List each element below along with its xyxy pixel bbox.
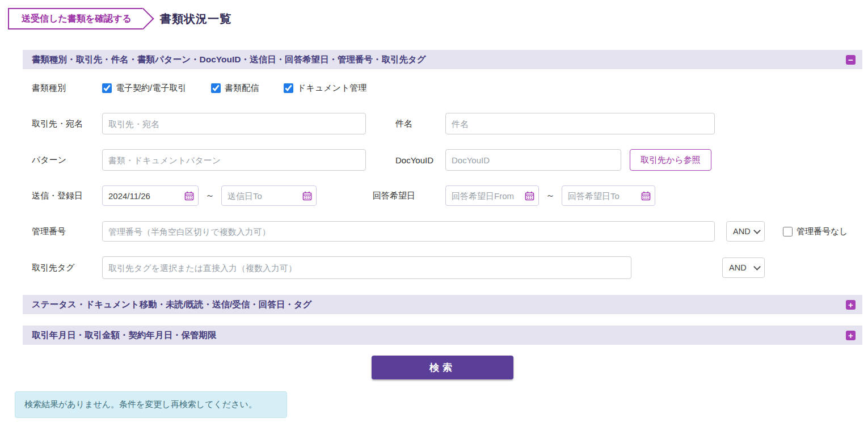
document-management-checkbox[interactable] bbox=[284, 83, 293, 93]
doc-delivery-checkbox[interactable] bbox=[211, 83, 221, 93]
reply-date-to-field bbox=[562, 185, 655, 206]
calendar-icon[interactable] bbox=[184, 191, 194, 201]
form-row-doc-type: 書類種別 電子契約/電子取引 書類配信 ドキュメント管理 bbox=[32, 83, 853, 94]
section-title-basic-filters: 書類種別・取引先・件名・書類パターン・DocYouID・送信日・回答希望日・管理… bbox=[32, 54, 426, 66]
partner-label: 取引先・宛名 bbox=[32, 119, 102, 129]
mgmt-no-label: 管理番号 bbox=[32, 226, 102, 237]
form-row-dates: 送信・登録日 ～ bbox=[32, 185, 853, 206]
doc-type-label: 書類種別 bbox=[32, 83, 102, 94]
calendar-icon[interactable] bbox=[641, 191, 651, 201]
checkbox-electronic-contract[interactable]: 電子契約/電子取引 bbox=[102, 83, 186, 94]
topbar: 送受信した書類を確認する 書類状況一覧 bbox=[0, 0, 868, 29]
mgmt-no-none-checkbox-label[interactable]: 管理番号なし bbox=[783, 226, 848, 237]
send-date-from-input[interactable] bbox=[103, 186, 198, 205]
subject-label: 件名 bbox=[395, 119, 445, 129]
section-header-basic-filters[interactable]: 書類種別・取引先・件名・書類パターン・DocYouID・送信日・回答希望日・管理… bbox=[23, 50, 862, 69]
pattern-input[interactable] bbox=[102, 149, 366, 171]
search-filter-panel: 書類種別・取引先・件名・書類パターン・DocYouID・送信日・回答希望日・管理… bbox=[23, 50, 862, 379]
section-header-status[interactable]: ステータス・ドキュメント移動・未読/既読・送信/受信・回答日・タグ + bbox=[23, 295, 862, 314]
expand-icon[interactable]: + bbox=[846, 331, 856, 340]
reply-date-from-field bbox=[445, 185, 539, 206]
checkbox-doc-delivery[interactable]: 書類配信 bbox=[211, 83, 259, 94]
section-title-transaction: 取引年月日・取引金額・契約年月日・保管期限 bbox=[32, 329, 217, 341]
docyouid-label: DocYouID bbox=[395, 155, 445, 165]
checkbox-document-management[interactable]: ドキュメント管理 bbox=[284, 83, 366, 94]
no-results-message: 検索結果がありません。条件を変更し再検索してください。 bbox=[15, 391, 287, 418]
partner-input[interactable] bbox=[102, 113, 366, 134]
form-row-partner-subject: 取引先・宛名 件名 bbox=[32, 113, 853, 134]
search-button-area: 検索 bbox=[23, 356, 862, 379]
form-row-pattern-docyouid: パターン DocYouID 取引先から参照 bbox=[32, 149, 853, 171]
date-range-separator: ～ bbox=[546, 190, 555, 202]
breadcrumb[interactable]: 送受信した書類を確認する bbox=[8, 8, 143, 29]
partner-tag-label: 取引先タグ bbox=[32, 263, 102, 273]
send-date-label: 送信・登録日 bbox=[32, 191, 102, 201]
section-title-status: ステータス・ドキュメント移動・未読/既読・送信/受信・回答日・タグ bbox=[32, 299, 311, 311]
send-date-from-field bbox=[102, 185, 199, 206]
form-row-mgmt-no: 管理番号 AND 管理番号なし bbox=[32, 221, 853, 242]
subject-input[interactable] bbox=[445, 113, 715, 134]
search-button[interactable]: 検索 bbox=[372, 356, 513, 379]
collapse-icon[interactable]: − bbox=[846, 55, 856, 65]
reference-partner-button[interactable]: 取引先から参照 bbox=[630, 149, 711, 171]
checkbox-label-doc-delivery: 書類配信 bbox=[225, 83, 259, 94]
expand-icon[interactable]: + bbox=[846, 300, 856, 310]
send-date-to-field bbox=[221, 185, 317, 206]
docyouid-input[interactable] bbox=[445, 149, 621, 171]
breadcrumb-step-label: 送受信した書類を確認する bbox=[22, 14, 132, 23]
partner-tag-input[interactable] bbox=[102, 256, 631, 279]
form-row-partner-tag: 取引先タグ AND bbox=[32, 256, 853, 279]
checkbox-label-document-management: ドキュメント管理 bbox=[297, 83, 366, 94]
reply-date-label: 回答希望日 bbox=[373, 191, 445, 201]
calendar-icon[interactable] bbox=[525, 191, 534, 201]
mgmt-no-and-select[interactable]: AND bbox=[726, 221, 765, 242]
date-range-separator: ～ bbox=[205, 190, 214, 202]
pattern-label: パターン bbox=[32, 155, 102, 166]
electronic-contract-checkbox[interactable] bbox=[102, 83, 112, 93]
basic-filters-body: 書類種別 電子契約/電子取引 書類配信 ドキュメント管理 取引先・宛名 件名 パ… bbox=[23, 69, 862, 294]
checkbox-label-electronic-contract: 電子契約/電子取引 bbox=[116, 83, 186, 94]
page-title: 書類状況一覧 bbox=[160, 11, 231, 27]
section-header-transaction[interactable]: 取引年月日・取引金額・契約年月日・保管期限 + bbox=[23, 326, 862, 345]
mgmt-no-input[interactable] bbox=[102, 221, 715, 242]
mgmt-no-none-checkbox[interactable] bbox=[783, 227, 793, 236]
partner-tag-and-select[interactable]: AND bbox=[722, 257, 765, 278]
partner-tag-and-select-wrap: AND bbox=[722, 257, 765, 278]
mgmt-no-and-select-wrap: AND bbox=[726, 221, 765, 242]
mgmt-no-none-text: 管理番号なし bbox=[797, 226, 848, 237]
calendar-icon[interactable] bbox=[302, 191, 312, 201]
